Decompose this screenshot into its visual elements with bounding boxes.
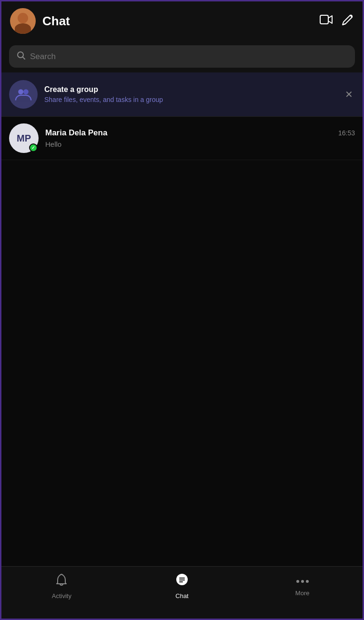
chat-bubble-icon	[175, 573, 189, 590]
page-title: Chat	[42, 14, 313, 29]
banner-close-button[interactable]: ✕	[343, 87, 355, 102]
svg-point-2	[18, 52, 23, 58]
user-avatar[interactable]	[10, 8, 36, 34]
banner-text: Create a group Share files, events, and …	[44, 85, 336, 103]
svg-rect-0	[320, 15, 328, 24]
nav-item-chat[interactable]: Chat	[122, 573, 243, 600]
online-badge	[29, 143, 38, 152]
search-icon	[17, 51, 25, 62]
create-group-banner: Create a group Share files, events, and …	[1, 72, 363, 117]
chat-message: Hello	[45, 140, 355, 148]
nav-label-activity: Activity	[52, 592, 71, 600]
search-container	[1, 41, 363, 72]
bottom-nav: Activity Chat More	[1, 566, 363, 619]
chat-list: MP Maria Dela Pena 16:53 Hello	[1, 117, 363, 160]
chat-name-row: Maria Dela Pena 16:53	[45, 128, 355, 138]
svg-line-3	[23, 57, 25, 59]
group-icon-wrap	[9, 80, 38, 109]
search-input[interactable]	[30, 52, 347, 61]
header-actions	[320, 13, 354, 29]
svg-point-11	[296, 580, 299, 583]
chat-avatar: MP	[9, 123, 39, 153]
header: Chat	[1, 1, 363, 41]
search-bar[interactable]	[9, 45, 355, 68]
video-call-icon[interactable]	[320, 14, 333, 28]
svg-point-13	[306, 580, 309, 583]
nav-label-more: More	[295, 590, 310, 597]
svg-point-12	[301, 580, 304, 583]
group-icon	[15, 86, 32, 103]
banner-subtitle: Share files, events, and tasks in a grou…	[44, 96, 336, 103]
nav-item-more[interactable]: More	[242, 573, 363, 597]
ellipsis-icon	[296, 573, 309, 587]
banner-title: Create a group	[44, 85, 336, 94]
svg-rect-6	[17, 98, 30, 102]
chat-content: Maria Dela Pena 16:53 Hello	[45, 128, 355, 148]
compose-icon[interactable]	[342, 13, 354, 29]
chat-initials: MP	[17, 133, 31, 144]
chat-list-item[interactable]: MP Maria Dela Pena 16:53 Hello	[1, 117, 363, 160]
chat-time: 16:53	[338, 129, 355, 137]
bell-icon	[55, 573, 68, 590]
svg-point-4	[18, 89, 23, 94]
svg-point-5	[23, 89, 29, 94]
nav-item-activity[interactable]: Activity	[1, 573, 122, 600]
chat-name: Maria Dela Pena	[45, 128, 107, 138]
nav-label-chat: Chat	[175, 592, 188, 600]
